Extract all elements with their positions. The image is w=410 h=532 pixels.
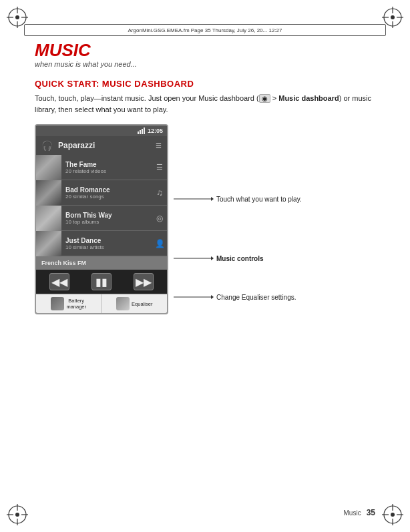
item-action-icon[interactable]: 👤: [152, 239, 167, 248]
list-item[interactable]: Born This Way 10 top albums ◎: [36, 206, 167, 231]
battery-manager-button[interactable]: Batterymanager: [36, 294, 102, 313]
item-thumbnail: [36, 180, 61, 206]
footer-page-number: 35: [367, 508, 375, 517]
item-thumbnail: [36, 231, 61, 256]
app-header: 🎧 Paparazzi ☰: [36, 136, 167, 155]
signal-icon: [138, 127, 145, 134]
radio-station-name: French Kiss FM: [41, 260, 86, 266]
item-subtitle: 20 similar songs: [65, 194, 148, 200]
main-content: MUSIC when music is what you need... QUI…: [35, 41, 375, 499]
svg-marker-29: [211, 295, 214, 299]
header-text: ArgonMini.GSG.EMEA.fm Page 35 Thursday, …: [128, 27, 282, 33]
phone-screen: 12:05 🎧 Paparazzi ☰ Th: [35, 124, 168, 314]
item-thumbnail: [36, 206, 61, 231]
item-info: Just Dance 10 similar artists: [61, 235, 152, 252]
music-list: The Fame 20 related videos ☰ Bad Romance…: [36, 155, 167, 256]
battery-manager-icon: [51, 297, 64, 310]
footer-label: Music: [344, 509, 361, 517]
callout-music-line: [174, 254, 214, 262]
svg-point-7: [391, 15, 395, 19]
list-item[interactable]: The Fame 20 related videos ☰: [36, 155, 167, 180]
svg-point-1: [15, 15, 19, 19]
page-footer: Music 35: [344, 508, 375, 517]
equaliser-label: Equaliser: [132, 301, 152, 307]
callout-touch-text: Touch what you want to play.: [216, 196, 302, 203]
svg-point-13: [15, 513, 19, 517]
list-item[interactable]: Just Dance 10 similar artists 👤: [36, 231, 167, 256]
header-bar: ArgonMini.GSG.EMEA.fm Page 35 Thursday, …: [24, 24, 386, 36]
item-title: The Fame: [65, 161, 148, 168]
callout-music-controls: Music controls: [174, 254, 264, 262]
svg-marker-25: [211, 197, 214, 201]
callout-eq-text: Change Equaliser settings.: [216, 294, 296, 301]
page-subtitle: when music is what you need...: [35, 60, 375, 68]
svg-point-19: [391, 513, 395, 517]
item-subtitle: 10 top albums: [65, 219, 148, 225]
next-button[interactable]: ▶▶: [134, 273, 154, 290]
body-paragraph: Touch, touch, play—instant music. Just o…: [35, 93, 375, 115]
corner-mark-bl: [5, 503, 29, 527]
item-subtitle: 10 similar artists: [65, 244, 148, 250]
callout-touch-line: [174, 195, 214, 203]
radio-bar: French Kiss FM: [36, 256, 167, 270]
menu-icon: ☰: [156, 142, 162, 150]
callout-music-text: Music controls: [216, 255, 264, 262]
callout-equaliser: Change Equaliser settings.: [174, 293, 296, 301]
item-action-icon[interactable]: ◎: [152, 214, 167, 223]
status-time: 12:05: [148, 127, 163, 134]
item-title: Just Dance: [65, 237, 148, 244]
music-controls: ◀◀ ▮▮ ▶▶: [36, 270, 167, 294]
page-title: MUSIC: [35, 41, 375, 59]
equaliser-icon: [116, 297, 130, 310]
app-header-title: Paparazzi: [58, 141, 156, 150]
item-info: Bad Romance 20 similar songs: [61, 184, 152, 202]
item-thumbnail: [36, 155, 61, 180]
prev-button[interactable]: ◀◀: [49, 273, 69, 290]
item-title: Bad Romance: [65, 186, 148, 194]
equaliser-button[interactable]: Equaliser: [102, 294, 168, 313]
phone-screenshot: 12:05 🎧 Paparazzi ☰ Th: [35, 124, 168, 314]
svg-marker-27: [211, 256, 214, 260]
corner-mark-br: [381, 503, 405, 527]
list-item[interactable]: Bad Romance 20 similar songs ♫: [36, 180, 167, 206]
item-info: The Fame 20 related videos: [61, 159, 152, 176]
callout-touch: Touch what you want to play.: [174, 195, 302, 203]
section-heading: QUICK START: MUSIC DASHBOARD: [35, 79, 375, 89]
item-subtitle: 20 related videos: [65, 168, 148, 174]
status-bar: 12:05: [36, 125, 167, 136]
phone-callout-wrapper: 12:05 🎧 Paparazzi ☰ Th: [35, 124, 375, 318]
item-info: Born This Way 10 top albums: [61, 210, 152, 227]
callout-eq-line: [174, 293, 214, 301]
battery-manager-label: Batterymanager: [66, 298, 86, 310]
headphone-icon: 🎧: [41, 140, 53, 151]
item-action-icon[interactable]: ♫: [152, 188, 167, 198]
bottom-row: Batterymanager Equaliser: [36, 294, 167, 313]
item-title: Born This Way: [65, 212, 148, 219]
item-action-icon[interactable]: ☰: [152, 163, 167, 172]
pause-button[interactable]: ▮▮: [91, 273, 112, 290]
